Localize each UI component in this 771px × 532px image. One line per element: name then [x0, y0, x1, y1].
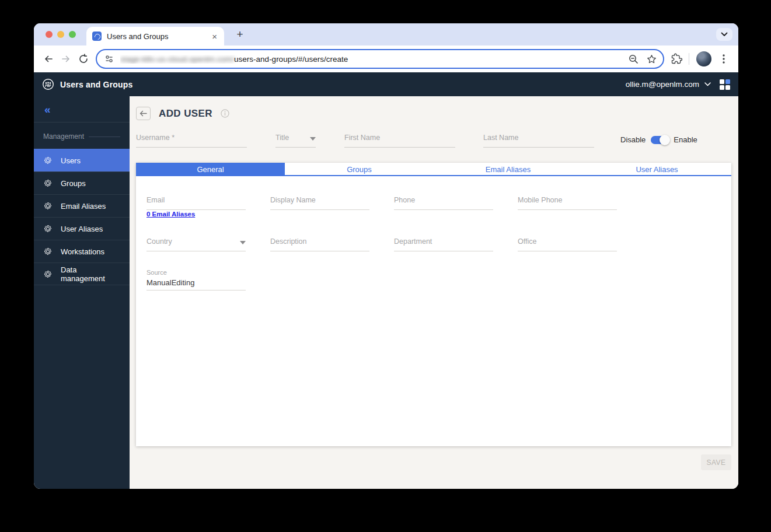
- tab-search-chevron-icon[interactable]: [716, 28, 732, 41]
- gear-icon: [43, 270, 53, 279]
- mobile-phone-placeholder: Mobile Phone: [518, 196, 617, 204]
- country-placeholder: Country: [146, 237, 240, 246]
- page-title: ADD USER: [159, 108, 212, 120]
- title-select[interactable]: Title: [275, 134, 316, 148]
- page-back-button[interactable]: [136, 107, 151, 120]
- user-form-card: General Groups Email Aliases User Aliase…: [136, 163, 731, 446]
- app-title: Users and Groups: [60, 80, 133, 89]
- sidebar: « Management Users Groups Email Aliases: [34, 96, 130, 489]
- display-name-placeholder: Display Name: [270, 196, 369, 204]
- url-path: users-and-groups/#/users/create: [234, 55, 348, 64]
- gear-icon: [43, 224, 53, 233]
- toolbar-divider: [689, 53, 689, 65]
- username-input[interactable]: Username *: [136, 134, 247, 148]
- back-icon[interactable]: [40, 50, 57, 68]
- browser-menu-icon[interactable]: [715, 50, 732, 68]
- tab-favicon-icon: [92, 32, 102, 41]
- gear-icon: [43, 201, 53, 211]
- toggle-disable-label: Disable: [620, 135, 646, 144]
- save-button[interactable]: SAVE: [701, 454, 731, 470]
- gear-icon: [43, 156, 53, 165]
- enable-toggle[interactable]: [651, 136, 668, 144]
- window-controls: [46, 31, 76, 38]
- url-text[interactable]: stage-k8s-us-cloud.openlm.com/users-and-…: [120, 55, 622, 64]
- tab-email-aliases[interactable]: Email Aliases: [434, 163, 582, 175]
- tab-close-icon[interactable]: ×: [211, 32, 218, 41]
- sidebar-item-label: Data management: [61, 265, 120, 283]
- form-tabs: General Groups Email Aliases User Aliase…: [136, 163, 731, 176]
- source-field[interactable]: Source ManualEditing: [146, 269, 246, 290]
- address-bar[interactable]: stage-k8s-us-cloud.openlm.com/users-and-…: [96, 49, 664, 69]
- first-name-placeholder: First Name: [344, 134, 455, 142]
- department-input[interactable]: Department: [394, 237, 493, 251]
- sidebar-item-label: Users: [61, 156, 81, 165]
- site-settings-icon[interactable]: [104, 54, 114, 64]
- phone-placeholder: Phone: [394, 196, 493, 204]
- extensions-icon[interactable]: [668, 50, 685, 68]
- forward-icon[interactable]: [57, 50, 75, 68]
- sidebar-item-label: Groups: [61, 179, 86, 188]
- last-name-input[interactable]: Last Name: [483, 134, 594, 148]
- sidebar-item-label: Email Aliases: [61, 202, 106, 211]
- first-name-input[interactable]: First Name: [344, 134, 455, 148]
- sidebar-item-label: User Aliases: [61, 225, 103, 233]
- description-input[interactable]: Description: [270, 237, 369, 251]
- source-value: ManualEditing: [146, 278, 246, 287]
- account-chevron-down-icon[interactable]: [704, 82, 711, 86]
- browser-toolbar: stage-k8s-us-cloud.openlm.com/users-and-…: [34, 46, 738, 72]
- browser-tab[interactable]: Users and Groups ×: [86, 27, 224, 46]
- sidebar-item-email-aliases[interactable]: Email Aliases: [34, 194, 130, 217]
- username-placeholder: Username *: [136, 134, 247, 142]
- chevron-down-icon: [240, 241, 246, 244]
- minimize-window-button[interactable]: [57, 31, 64, 38]
- description-placeholder: Description: [270, 237, 369, 246]
- chevron-down-icon: [310, 137, 316, 141]
- gear-icon: [43, 178, 53, 188]
- gear-icon: [43, 247, 53, 256]
- sidebar-item-groups[interactable]: Groups: [34, 172, 130, 194]
- sidebar-item-label: Workstations: [61, 247, 104, 256]
- app-header: Users and Groups ollie.m@openlm.com: [34, 72, 738, 96]
- phone-input[interactable]: Phone: [394, 196, 493, 210]
- display-name-input[interactable]: Display Name: [270, 196, 369, 210]
- new-tab-button[interactable]: +: [233, 28, 246, 41]
- url-domain-redacted: stage-k8s-us-cloud.openlm.com/: [120, 55, 234, 64]
- toggle-enable-label: Enable: [674, 135, 697, 144]
- sidebar-item-users[interactable]: Users: [34, 149, 130, 172]
- tab-groups[interactable]: Groups: [285, 163, 434, 175]
- last-name-placeholder: Last Name: [483, 134, 594, 142]
- tab-general[interactable]: General: [136, 163, 285, 175]
- sidebar-item-workstations[interactable]: Workstations: [34, 240, 130, 262]
- toggle-knob[interactable]: [660, 135, 670, 145]
- profile-avatar[interactable]: [696, 51, 711, 66]
- zoom-icon[interactable]: [628, 54, 639, 65]
- mobile-phone-input[interactable]: Mobile Phone: [518, 196, 617, 210]
- email-input[interactable]: Email: [146, 196, 246, 210]
- sidebar-item-user-aliases[interactable]: User Aliases: [34, 217, 130, 240]
- title-placeholder: Title: [275, 134, 310, 142]
- tab-strip: Users and Groups × +: [34, 23, 738, 46]
- source-label: Source: [146, 269, 246, 276]
- sidebar-item-data-management[interactable]: Data management: [34, 262, 130, 285]
- main-content: ADD USER Username * Title First Name Las…: [130, 96, 738, 489]
- tab-title: Users and Groups: [107, 32, 211, 41]
- browser-window: Users and Groups × + stage-k8s-us-cloud.…: [34, 23, 738, 489]
- email-placeholder: Email: [146, 196, 246, 204]
- country-select[interactable]: Country: [146, 237, 246, 251]
- users-and-groups-app-icon: [42, 78, 54, 90]
- office-placeholder: Office: [518, 237, 617, 246]
- email-aliases-link[interactable]: 0 Email Aliases: [146, 211, 195, 218]
- close-window-button[interactable]: [46, 31, 53, 38]
- info-icon[interactable]: [221, 109, 229, 118]
- office-input[interactable]: Office: [518, 237, 617, 251]
- bookmark-star-icon[interactable]: [646, 54, 657, 65]
- account-email[interactable]: ollie.m@openlm.com: [626, 80, 699, 89]
- department-placeholder: Department: [394, 237, 493, 246]
- tab-user-aliases[interactable]: User Aliases: [582, 163, 731, 175]
- sidebar-collapse-icon[interactable]: «: [34, 96, 130, 123]
- apps-grid-icon[interactable]: [720, 79, 730, 90]
- maximize-window-button[interactable]: [69, 31, 76, 38]
- sidebar-section-label: Management: [34, 132, 130, 141]
- reload-icon[interactable]: [75, 50, 92, 68]
